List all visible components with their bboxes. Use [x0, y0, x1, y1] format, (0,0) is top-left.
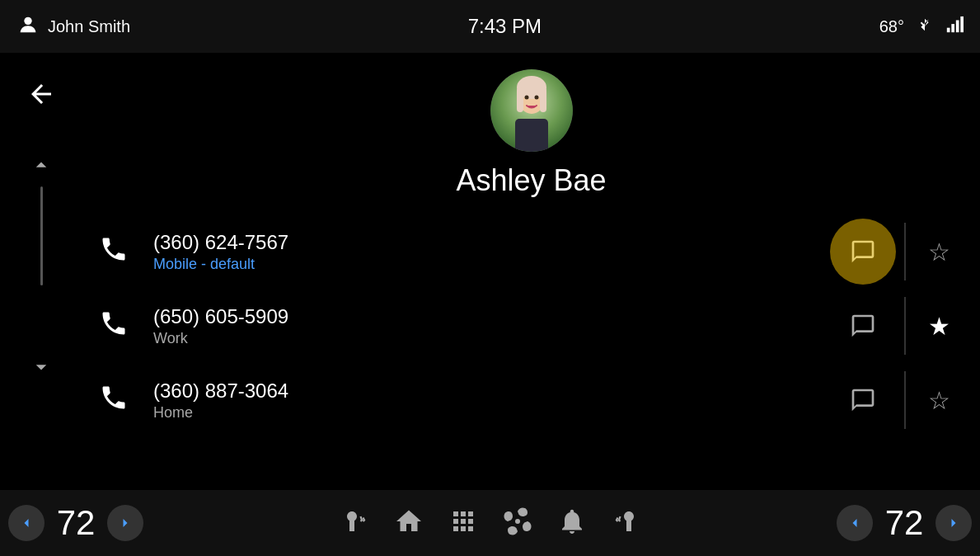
left-temp-increase-button[interactable] [107, 505, 143, 541]
contact-header: Ashley Bae [82, 53, 980, 206]
svg-point-13 [534, 96, 538, 100]
signal-icon [945, 13, 964, 40]
star-icon-2: ★ [928, 312, 950, 341]
phone-icon-3 [99, 383, 140, 418]
svg-rect-2 [951, 24, 954, 32]
status-time: 7:43 PM [468, 15, 542, 38]
svg-rect-9 [517, 87, 523, 112]
contact-avatar [490, 69, 573, 152]
phone-entry-1: (360) 624-7567 Mobile - default ☆ [82, 214, 980, 289]
favorite-button-1[interactable]: ☆ [914, 227, 964, 276]
svg-rect-10 [540, 87, 546, 112]
left-sidebar [0, 53, 82, 490]
right-temp-increase-button[interactable] [935, 505, 972, 541]
phone-entry-3: (360) 887-3064 Home ☆ [82, 363, 980, 437]
scroll-down-button[interactable] [29, 356, 54, 386]
svg-rect-4 [960, 16, 964, 32]
main-content: Ashley Bae (360) 624-7567 Mobile - defau… [82, 53, 980, 490]
favorite-button-3[interactable]: ☆ [914, 375, 964, 425]
svg-rect-3 [956, 21, 959, 33]
status-user-name: John Smith [48, 17, 130, 36]
phone-number-2[interactable]: (650) 605-5909 [153, 305, 830, 328]
status-temperature: 68° [879, 17, 904, 36]
home-icon[interactable] [394, 507, 424, 540]
svg-rect-1 [947, 28, 950, 33]
phone-number-1[interactable]: (360) 624-7567 [153, 231, 830, 254]
bottom-bar: 72 [0, 490, 980, 556]
left-temperature-value: 72 [51, 503, 101, 543]
star-icon-1: ☆ [928, 238, 950, 266]
phone-entry-2: (650) 605-5909 Work ★ [82, 289, 980, 363]
user-icon [16, 13, 40, 40]
right-temp-control: 72 [837, 503, 972, 543]
divider-3 [904, 371, 906, 429]
phone-info-2: (650) 605-5909 Work [140, 305, 830, 347]
phone-icon-1 [99, 234, 140, 270]
heat-seat-right-icon[interactable] [612, 507, 641, 540]
scroll-track [40, 186, 43, 285]
notification-icon[interactable] [557, 507, 587, 540]
nav-icons [340, 507, 641, 540]
status-bar: John Smith 7:43 PM 68° [0, 0, 980, 53]
star-icon-3: ☆ [928, 386, 950, 415]
left-temp-control: 72 [8, 503, 143, 543]
status-left: John Smith [16, 13, 130, 40]
message-button-2[interactable] [830, 293, 896, 359]
scroll-up-button[interactable] [29, 152, 54, 182]
divider-1 [904, 223, 906, 280]
phone-actions-2: ★ [830, 293, 964, 359]
svg-point-0 [24, 17, 31, 25]
svg-point-12 [524, 96, 528, 100]
message-button-3[interactable] [830, 367, 896, 433]
phone-actions-3: ☆ [830, 367, 964, 433]
divider-2 [904, 297, 906, 355]
phone-info-1: (360) 624-7567 Mobile - default [140, 231, 830, 273]
apps-icon[interactable] [448, 507, 478, 540]
left-temp-decrease-button[interactable] [8, 505, 45, 541]
phone-actions-1: ☆ [830, 219, 964, 285]
bluetooth-icon [916, 13, 934, 40]
fan-icon[interactable] [503, 507, 532, 540]
phone-icon-2 [99, 309, 140, 344]
scroll-indicator [29, 152, 54, 386]
back-button[interactable] [16, 69, 66, 119]
favorite-button-2[interactable]: ★ [914, 301, 964, 351]
status-right: 68° [879, 13, 964, 40]
phone-type-1: Mobile - default [153, 256, 830, 273]
phone-type-2: Work [153, 330, 830, 347]
message-button-1[interactable] [830, 219, 896, 285]
svg-rect-11 [515, 119, 548, 152]
phone-info-3: (360) 887-3064 Home [140, 379, 830, 422]
heat-seat-left-icon[interactable] [340, 507, 369, 540]
right-temperature-value: 72 [879, 503, 929, 543]
phone-number-3[interactable]: (360) 887-3064 [153, 379, 830, 403]
phone-list: (360) 624-7567 Mobile - default ☆ [82, 206, 980, 490]
contact-name: Ashley Bae [456, 163, 606, 198]
phone-type-3: Home [153, 404, 830, 422]
right-temp-decrease-button[interactable] [837, 505, 873, 541]
